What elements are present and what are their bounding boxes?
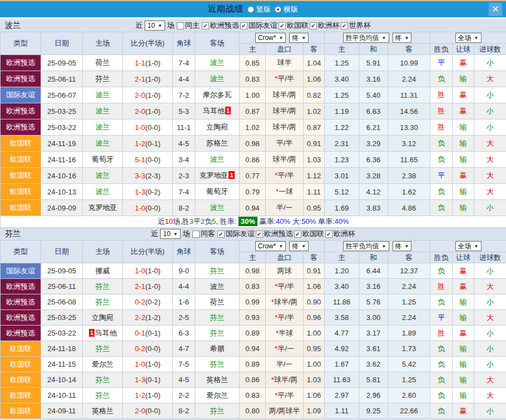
recent-count-select[interactable]: 10 ▼ [145,21,165,31]
fullmatch-select[interactable]: 全场▼ [455,33,482,43]
odds-source-select[interactable]: Crow*▼ [255,241,286,251]
cell-handicap: 球半/两 [266,87,304,103]
cell-score: 1-3(0-1) [123,372,173,388]
match-row: 欧洲预选25-09-05荷兰1-1(1-0)7-4波兰0.85球半1.041.2… [1,55,506,71]
cell-type: 欧国联 [1,200,41,216]
cell-odds-home: 0.79 [240,184,266,200]
chevron-down-icon: ▼ [382,36,386,41]
cell-away: 波兰 [195,279,240,294]
same-venue-checkbox[interactable]: 同主 [177,21,200,31]
cell-away: 葡萄牙 [195,184,240,200]
cell-date: 24-11-15 [41,357,83,372]
cell-corner: 8-2 [173,403,195,419]
cell-home: 波兰 [83,184,123,200]
cell-odds-home: 0.93 [240,310,266,326]
final-avg-select[interactable]: 终▼ [393,33,412,43]
match-row: 国际友谊25-09-05挪威1-0(1-0)9-0芬兰0.98两球0.911.2… [1,263,506,279]
cell-type: 欧洲预选 [1,279,41,294]
match-row: 欧国联24-10-14芬兰1-3(0-1)4-5英格兰0.86*球半/两1.03… [1,372,506,388]
league-filter-checkbox[interactable]: 欧国联 [279,21,309,31]
checkbox-icon [177,22,184,29]
fullmatch-select[interactable]: 全场▼ [455,241,482,251]
league-filter-checkbox[interactable]: 欧洲杯 [325,229,355,239]
summary-segment: 30% [239,217,257,226]
cell-goals: 大 [474,168,506,184]
chevron-down-icon: ▼ [405,244,409,249]
recent-count-select[interactable]: 10 ▼ [160,229,180,239]
close-button[interactable]: ✕ [489,3,502,16]
cell-spread: 输 [453,152,474,168]
col-odds-away: 客 [304,252,325,263]
cell-spread: 赢 [453,103,474,119]
odds-group-average: 胜平负均值▼ 终▼ [325,241,430,252]
titlebar: 近期战绩 竖版 横版 ✕ [0,1,506,17]
league-filter-checkbox[interactable]: 欧洲杯 [310,21,340,31]
match-row: 欧洲预选25-06-11芬兰2-1(1-0)4-4波兰0.83*平/半1.063… [1,71,506,87]
cell-away: 波兰 [195,55,240,71]
final-odds-select[interactable]: 终▼ [289,33,309,43]
cell-avg-draw: 2.96 [359,388,388,403]
cell-home: 荷兰 [83,55,123,71]
cell-odds-away: 1.04 [304,55,325,71]
cell-date: 25-03-25 [41,310,83,326]
cell-type: 欧国联 [1,372,41,388]
cell-odds-away: 1.06 [304,388,325,403]
cell-type: 欧国联 [1,152,41,168]
col-avg-home: 主 [325,252,359,263]
col-goals: 进球数 [474,252,506,263]
cell-type: 欧国联 [1,388,41,403]
match-row: 欧洲预选25-06-08芬兰0-2(0-2)1-6荷兰0.99*球半/两0.90… [1,294,506,310]
red-card-badge: 1 [229,171,234,179]
cell-avg-away: 1.25 [388,294,430,310]
cell-odds-home: 0.83 [240,71,266,87]
cell-away: 立陶宛 [195,119,240,136]
col-away: 客场 [195,32,240,55]
final-odds-select[interactable]: 终▼ [289,241,309,251]
col-avg-draw: 和 [359,44,388,55]
cell-goals: 小 [474,403,506,419]
cell-corner: 11-1 [173,119,195,136]
league-filter-checkbox[interactable]: 世界杯 [341,21,371,31]
cell-score: 0-2(0-2) [123,294,173,310]
cell-type: 欧国联 [1,357,41,372]
mode-horizontal-radio[interactable]: 横版 [275,4,298,14]
cell-goals: 小 [474,341,506,357]
cell-type: 欧洲预选 [1,310,41,326]
cell-spread: 赢 [453,55,474,71]
league-filter-checkbox[interactable]: 欧国联 [294,229,324,239]
radio-icon [247,6,254,13]
cell-avg-home: 3.01 [325,168,359,184]
avg-odds-select[interactable]: 胜平负均值▼ [343,241,389,251]
chevron-down-icon: ▼ [279,244,283,249]
league-filter-checkbox[interactable]: 欧洲预选 [202,21,239,31]
cell-handicap: *平/半 [266,310,304,326]
cell-date: 25-09-05 [41,263,83,279]
close-icon: ✕ [492,4,499,14]
cell-date: 25-06-11 [41,71,83,87]
summary-segment: 负 [205,217,212,226]
cell-avg-home: 3.40 [325,71,359,87]
cell-away: 波兰 [195,200,240,216]
col-avg-draw: 和 [359,252,388,263]
cell-avg-draw: 5.40 [359,87,388,103]
same-venue-checkbox[interactable]: 同客 [192,229,215,239]
cell-date: 24-09-11 [41,403,83,419]
cell-type: 欧洲预选 [1,103,41,119]
league-filter-checkbox[interactable]: 国际友谊 [217,229,255,239]
league-filter-checkbox[interactable]: 欧洲预选 [256,229,293,239]
odds-source-select[interactable]: Crow*▼ [255,33,286,43]
cell-date: 25-03-25 [41,103,83,119]
near-label: 近 [135,21,142,31]
league-filter-checkbox[interactable]: 国际友谊 [240,21,277,31]
cell-odds-away: 0.95 [304,200,325,216]
cell-date: 24-11-18 [41,341,83,357]
mode-vertical-radio[interactable]: 竖版 [247,4,271,14]
final-avg-select[interactable]: 终▼ [393,241,412,251]
cell-date: 25-03-22 [41,326,83,341]
cell-score: 3-3(2-3) [123,168,173,184]
avg-odds-select[interactable]: 胜平负均值▼ [343,33,389,43]
cell-away: 爱尔兰 [195,388,240,403]
cell-type: 国际友谊 [1,87,41,103]
cell-handicap: *一球 [266,184,304,200]
cell-result: 胜 [430,326,453,341]
